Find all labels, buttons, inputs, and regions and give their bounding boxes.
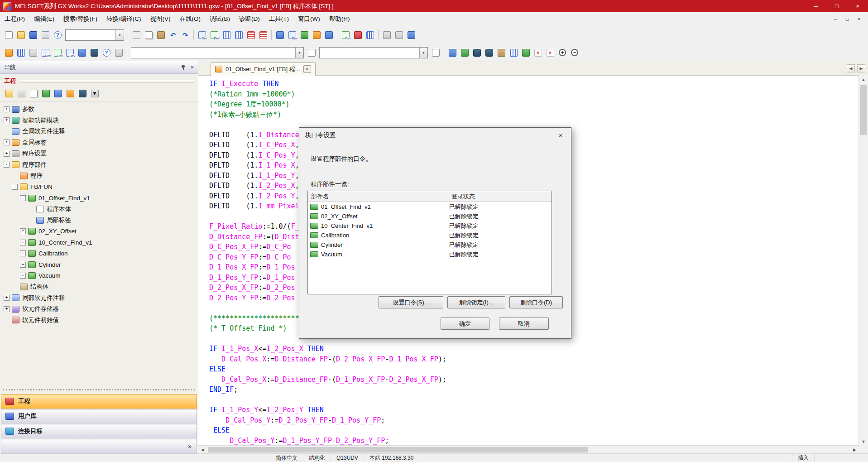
scroll-right-icon[interactable]: ▶ <box>850 446 859 454</box>
tree-item[interactable]: +程序 <box>1 170 197 182</box>
tab-scroll-right-icon[interactable]: ▶ <box>857 64 865 72</box>
component-row[interactable]: Cylinder已解除锁定 <box>308 240 551 250</box>
cancel-button[interactable]: 取消 <box>499 318 549 330</box>
tree-item[interactable]: -01_Offset_Find_v1 <box>1 192 197 204</box>
tree-expander-icon[interactable]: + <box>20 250 26 256</box>
minimize-button[interactable]: ─ <box>806 0 826 12</box>
tree-expander-icon[interactable]: + <box>4 117 10 123</box>
menu-item[interactable]: 工具(T) <box>264 12 293 26</box>
tree-item[interactable]: +Calibration <box>1 248 197 260</box>
tree-item[interactable]: +局部软元件注释 <box>1 293 197 304</box>
online-write-icon[interactable] <box>323 29 335 40</box>
mdi-close-button[interactable]: × <box>854 14 864 24</box>
nav-close-icon[interactable]: × <box>190 64 194 71</box>
comment-icon[interactable] <box>381 29 393 40</box>
tree-expander-icon[interactable]: - <box>20 195 26 201</box>
label-list-icon[interactable] <box>76 47 88 58</box>
ladder-block-icon[interactable] <box>15 47 27 58</box>
cut-icon[interactable] <box>130 29 142 40</box>
open-project-icon[interactable] <box>15 29 27 40</box>
undo-icon[interactable]: ↶ <box>167 29 179 40</box>
device-skip-icon[interactable] <box>508 47 519 58</box>
convert-icon[interactable]: Dev <box>286 29 298 40</box>
save-project-icon[interactable] <box>27 29 39 40</box>
convert-block-icon[interactable] <box>446 47 458 58</box>
connection-target-view-button[interactable]: 连接目标 <box>1 424 197 438</box>
menu-item[interactable]: 视图(V) <box>146 12 175 26</box>
tree-item[interactable]: +程序本体 <box>1 204 197 215</box>
tree-item[interactable]: +10_Center_Find_v1 <box>1 237 197 248</box>
online-read-icon[interactable] <box>311 29 322 40</box>
dialog-close-icon[interactable]: × <box>551 128 571 143</box>
project-data-icon[interactable] <box>3 47 14 58</box>
device-display-icon[interactable]: Dev <box>196 29 208 40</box>
device-memory-icon2[interactable]: Dev <box>52 47 63 58</box>
ladder-mode-icon[interactable] <box>221 29 232 40</box>
restore-button[interactable]: □ <box>826 0 847 12</box>
combo-arrow-icon[interactable]: ▼ <box>115 30 124 40</box>
search-combo[interactable]: ▼ <box>131 47 304 58</box>
tree-expander-icon[interactable]: - <box>12 184 18 190</box>
new-project-icon[interactable] <box>3 29 14 40</box>
window-layout-icon[interactable] <box>27 47 39 58</box>
device-combo[interactable]: ▼ <box>319 47 428 58</box>
tree-expander-icon[interactable]: - <box>4 162 10 168</box>
print-icon[interactable] <box>39 29 51 40</box>
pin-icon[interactable] <box>182 65 185 70</box>
monitor-mode-icon[interactable] <box>257 29 269 40</box>
clipboard-icon[interactable] <box>495 47 507 58</box>
program-check-icon[interactable] <box>274 29 286 40</box>
data-refresh-icon[interactable] <box>40 88 52 99</box>
menu-item[interactable]: 窗口(W) <box>293 12 325 26</box>
device-go-icon[interactable] <box>430 47 441 58</box>
paste-icon[interactable] <box>155 29 167 40</box>
tab-scroll-left-icon[interactable]: ◀ <box>847 64 855 72</box>
nav-more-strip[interactable]: » <box>1 439 197 453</box>
set-password-button[interactable]: 设置口令(S)... <box>379 296 443 308</box>
sort-icon[interactable] <box>15 88 27 99</box>
combo-arrow-icon[interactable]: ▼ <box>419 48 427 58</box>
new-data-icon[interactable] <box>3 88 15 99</box>
note-icon[interactable] <box>405 29 417 40</box>
convert-all-icon[interactable] <box>298 29 310 40</box>
write-mode-icon[interactable] <box>245 29 257 40</box>
ok-button[interactable]: 确定 <box>441 318 489 330</box>
tree-item[interactable]: +02_XY_Offset <box>1 226 197 237</box>
menu-item[interactable]: 调试(B) <box>205 12 235 26</box>
tree-item[interactable]: +全局标签 <box>1 137 197 149</box>
horizontal-scrollbar[interactable]: ◀ ▶ <box>198 445 859 454</box>
device-test-icon[interactable] <box>364 29 376 40</box>
menu-item[interactable]: 诊断(D) <box>235 12 264 26</box>
horizontal-scroll-thumb[interactable] <box>208 447 588 452</box>
vertical-scroll-thumb[interactable] <box>860 85 867 135</box>
scroll-left-icon[interactable]: ◀ <box>198 446 207 454</box>
menu-item[interactable]: 帮助(H) <box>325 12 355 26</box>
vertical-scrollbar[interactable]: ▲ ▼ <box>858 75 868 446</box>
check-program-icon[interactable] <box>471 47 483 58</box>
tree-item[interactable]: +智能功能模块 <box>1 115 197 126</box>
read-mode-icon[interactable] <box>233 29 245 40</box>
tree-item[interactable]: +Vacuum <box>1 270 197 282</box>
tab-01-offset-find-v1[interactable]: 01_Offset_Find_v1 [FB] 程... × <box>211 63 316 76</box>
scroll-up-icon[interactable]: ▲ <box>859 75 868 84</box>
user-library-view-button[interactable]: 用户库 <box>1 409 197 424</box>
tree-expander-icon[interactable]: + <box>20 228 26 234</box>
help-question-icon[interactable]: ? <box>101 47 112 58</box>
tree-item[interactable]: -程序部件 <box>1 159 197 171</box>
mdi-restore-button[interactable]: □ <box>842 14 853 24</box>
scroll-down-icon[interactable]: ▼ <box>859 437 868 446</box>
combo-arrow-icon[interactable]: ▼ <box>295 48 303 58</box>
menu-item[interactable]: 在线(O) <box>175 12 206 26</box>
menu-item[interactable]: 编辑(E) <box>29 12 59 26</box>
tree-item[interactable]: +全局软元件注释 <box>1 126 197 137</box>
dialog-title-bar[interactable]: 块口令设置 <box>299 128 571 143</box>
find-icon[interactable] <box>88 47 100 58</box>
tree-item[interactable]: +结构体 <box>1 281 197 293</box>
start-monitor2-icon[interactable] <box>520 47 532 58</box>
monitor-start-icon[interactable]: Dev <box>340 29 351 40</box>
unlock-button[interactable]: 解除锁定(I)... <box>447 296 505 308</box>
tree-expander-icon[interactable]: + <box>20 240 26 245</box>
device-monitor-icon[interactable]: Dev <box>64 47 76 58</box>
data-check-icon[interactable] <box>52 88 64 99</box>
component-row[interactable]: 02_XY_Offset已解除锁定 <box>308 212 551 221</box>
